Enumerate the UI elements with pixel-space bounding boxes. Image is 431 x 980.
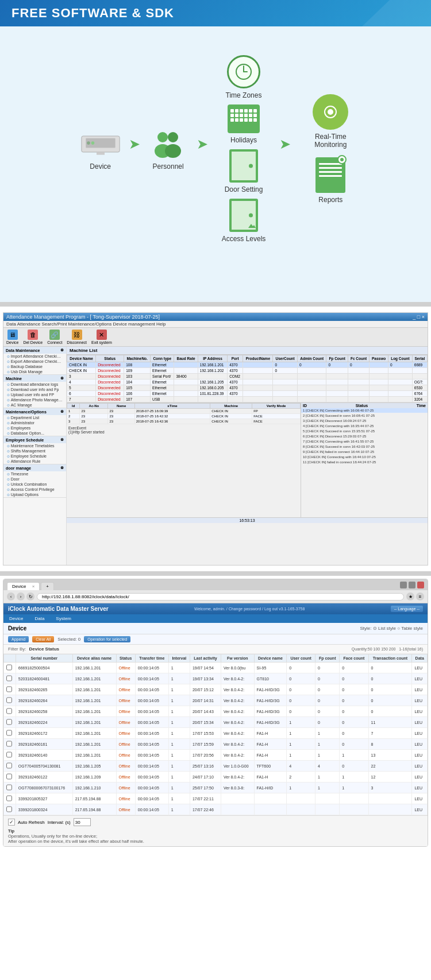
menu-btn[interactable]: ≡ — [416, 592, 424, 601]
download-user-item[interactable]: Download user info and Fp — [3, 387, 66, 392]
shifts-item[interactable]: Shifts Management — [3, 448, 66, 454]
refresh-btn[interactable]: ↻ — [26, 592, 34, 601]
window-controls[interactable]: _ □ × — [413, 314, 425, 320]
row-checkbox[interactable] — [6, 773, 12, 780]
toolbar-del-device-btn[interactable]: 🗑 Del Device — [23, 330, 43, 344]
department-item[interactable]: Department List — [3, 415, 66, 420]
row-checkbox[interactable] — [6, 729, 12, 737]
device-cell[interactable] — [4, 728, 16, 739]
row-checkbox[interactable] — [6, 718, 12, 726]
row-checkbox[interactable] — [6, 664, 12, 671]
device-cell[interactable] — [4, 761, 16, 772]
window-btns[interactable] — [400, 582, 424, 590]
tab-close[interactable]: × — [32, 584, 35, 589]
row-checkbox[interactable] — [6, 696, 12, 704]
row-checkbox[interactable] — [6, 805, 12, 813]
log-item[interactable]: 2 [CHECK IN] Succeed in conn 16:08:41 07… — [301, 413, 428, 419]
nav-data[interactable]: Data — [29, 614, 50, 623]
close-window-btn[interactable] — [417, 582, 424, 588]
device-cell: 00:00:14:05 — [135, 804, 168, 815]
device-cell[interactable] — [4, 783, 16, 793]
style-selector[interactable]: Style: ⊙ List style ○ Table style — [360, 626, 423, 631]
row-checkbox[interactable] — [6, 751, 12, 758]
row-checkbox[interactable] — [6, 685, 12, 693]
toolbar-device-btn[interactable]: 🖥 Device — [6, 330, 18, 344]
device-cell[interactable] — [4, 717, 16, 728]
interval-input[interactable] — [74, 818, 91, 826]
nav-device[interactable]: Device — [3, 614, 29, 623]
active-tab[interactable]: Device × — [7, 582, 40, 590]
filter-value[interactable]: Device Status — [29, 646, 59, 652]
employee-schedule-item[interactable]: Employee Schedule — [3, 454, 66, 459]
table-row: 3929182460264192.168.1.201Offline00:00:1… — [4, 695, 428, 706]
upload-user-item[interactable]: Upload user info and FP — [3, 392, 66, 397]
log-item[interactable]: 7 [CHECK IN] Connecting with 16:41:55 07… — [301, 439, 428, 444]
database-option-item[interactable]: Database Option... — [3, 431, 66, 436]
access-control-item[interactable]: Access Control Privilege — [3, 487, 66, 492]
device-cell[interactable] — [4, 706, 16, 717]
maximize-btn[interactable] — [409, 582, 415, 588]
log-item[interactable]: 1 [CHECK IN] Connecting with 16:08:40 07… — [301, 408, 428, 413]
device-cell[interactable] — [4, 750, 16, 761]
device-cell — [221, 804, 255, 815]
url-bar[interactable]: http://192.168.1.88:8082/iclock/data/Icl… — [37, 593, 404, 601]
operation-btn[interactable]: Operation for selected — [84, 636, 130, 642]
row-checkbox[interactable] — [6, 784, 12, 791]
app-menubar[interactable]: Data Attendance Search/Print Maintenance… — [3, 321, 428, 328]
new-tab-btn[interactable]: + — [41, 582, 54, 590]
device-cell[interactable] — [4, 772, 16, 783]
log-item[interactable]: 6 [CHECK IN] Disconnect 15:29:03 07-25 — [301, 434, 428, 439]
machine-cell: Disconnected — [96, 374, 124, 379]
append-btn[interactable]: Append — [8, 636, 29, 642]
photo-management-item[interactable]: Attendance Photo Management — [3, 397, 66, 402]
timetables-item[interactable]: Maintenance Timetables — [3, 443, 66, 448]
administrator-item[interactable]: Administrator — [3, 420, 66, 425]
log-item[interactable]: 11 [CHECK IN] failed in connect 16:44:24… — [301, 460, 428, 465]
timezone-item[interactable]: Timezone — [3, 471, 66, 477]
backup-database-item[interactable]: Backup Database — [3, 364, 66, 369]
minimize-btn[interactable] — [400, 582, 407, 588]
usb-disk-item[interactable]: Usb Disk Manage — [3, 369, 66, 374]
device-cell: 0 — [340, 761, 368, 772]
clear-all-btn[interactable]: Clear All — [32, 636, 54, 642]
log-item[interactable]: 3 [CHECK IN] Disconnect 16:09:24 07-25 — [301, 419, 428, 424]
toolbar-exit-btn[interactable]: ✕ Exit system — [91, 330, 112, 344]
nav-system[interactable]: System — [50, 614, 77, 623]
device-cell[interactable] — [4, 673, 16, 684]
device-cell[interactable] — [4, 663, 16, 673]
back-btn[interactable]: ‹ — [7, 592, 15, 601]
language-btn[interactable]: -- Language -- — [391, 606, 423, 612]
log-item[interactable]: 9 [CHECK IN] failed in connect 16:44:10 … — [301, 450, 428, 455]
toolbar-disconnect-btn[interactable]: ⛓ Disconnect — [67, 330, 87, 344]
employees-item[interactable]: Employees — [3, 425, 66, 431]
device-cell: 25/07 17:50 — [190, 783, 221, 793]
device-cell[interactable] — [4, 695, 16, 706]
download-logs-item[interactable]: Download attendance logs — [3, 382, 66, 387]
toolbar-connect-btn[interactable]: 🔗 Connect — [47, 330, 62, 344]
device-cell[interactable] — [4, 804, 16, 815]
row-checkbox[interactable] — [6, 707, 12, 715]
door-item[interactable]: Door — [3, 477, 66, 482]
ac-manage-item[interactable]: AC Manage — [3, 402, 66, 408]
device-cell: 1 — [287, 750, 315, 761]
row-checkbox[interactable] — [6, 675, 12, 682]
import-attendance-item[interactable]: Import Attendance Checking Data — [3, 354, 66, 359]
forward-btn[interactable]: › — [17, 592, 25, 601]
export-attendance-item[interactable]: Export Attendance Checking Data — [3, 359, 66, 364]
row-checkbox[interactable] — [6, 795, 12, 802]
device-cell[interactable] — [4, 739, 16, 750]
auto-refresh-checkbox[interactable] — [8, 819, 15, 826]
log-item[interactable]: 5 [CHECK IN] Succeed in conn 15:35:51 07… — [301, 429, 428, 434]
attendance-rule-item[interactable]: Attendance Rule — [3, 459, 66, 464]
device-cell[interactable] — [4, 684, 16, 695]
log-item[interactable]: 8 [CHECK IN] Succeed in conn 16:42:03 07… — [301, 444, 428, 450]
log-item[interactable]: 10 [CHECK IN] Connecting with 16:44:10 0… — [301, 455, 428, 460]
upload-options-item[interactable]: Upload Options — [3, 492, 66, 497]
row-checkbox[interactable] — [6, 762, 12, 769]
unlock-combination-item[interactable]: Unlock Combination — [3, 482, 66, 487]
device-cell[interactable] — [4, 793, 16, 804]
bookmark-btn[interactable]: ★ — [406, 592, 414, 601]
app-main: Machine List Device Name Status MachineN… — [67, 347, 428, 565]
log-item[interactable]: 4 [CHECK IN] Connecting with 16:35:44 07… — [301, 424, 428, 429]
row-checkbox[interactable] — [6, 740, 12, 747]
